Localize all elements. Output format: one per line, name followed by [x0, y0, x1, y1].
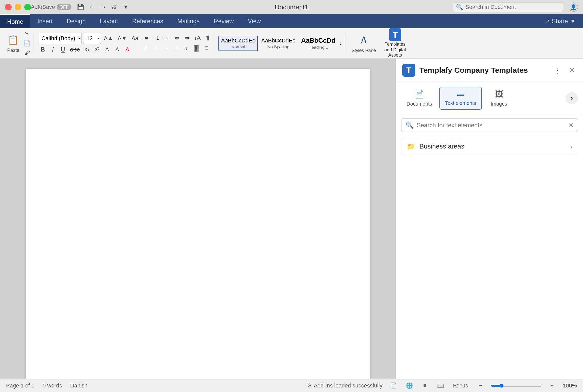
align-left-button[interactable]: ≡ [141, 43, 150, 53]
documents-tab-icon: 📄 [414, 89, 424, 99]
toolbar: 📋 Paste ✂ 📄 🖌 Calibri (Body) 12 A▲ A▼ Aa… [0, 28, 583, 59]
business-areas-label: Business areas [419, 142, 570, 150]
font-family-select[interactable]: Calibri (Body) [38, 33, 82, 44]
minimize-traffic-light[interactable] [15, 4, 21, 10]
shading-button[interactable]: ▓ [192, 43, 201, 53]
align-right-button[interactable]: ≡ [162, 43, 171, 53]
share-button[interactable]: ↗ Share ▼ [537, 14, 583, 28]
tab-references[interactable]: References [125, 14, 170, 28]
panel-tab-images[interactable]: 🖼 Images [484, 86, 514, 110]
style-presets: AaBbCcDdEe Normal AaBbCcDdEe No Spacing … [218, 35, 343, 51]
document-page [26, 69, 370, 379]
redo-icon[interactable]: ↪ [100, 3, 106, 11]
ribbon-tabs: Home Insert Design Layout References Mai… [0, 14, 583, 28]
close-traffic-light[interactable] [5, 4, 12, 10]
panel-logo: T [402, 64, 415, 77]
read-mode-button[interactable]: 📖 [436, 381, 445, 390]
style-normal-button[interactable]: AaBbCcDdEe Normal [218, 36, 258, 51]
right-panel: T Templafy Company Templates ⋮ ✕ 📄 Docum… [396, 59, 583, 379]
change-case-button[interactable]: Aa [130, 34, 140, 43]
search-input[interactable] [465, 4, 551, 10]
italic-button[interactable]: I [48, 45, 57, 54]
focus-button[interactable]: Focus [452, 381, 470, 390]
search-in-document[interactable]: 🔍 [453, 2, 564, 12]
bullets-button[interactable]: ≡• [141, 33, 150, 42]
increase-font-size-button[interactable]: A▲ [102, 34, 115, 43]
templates-logo: T [389, 28, 401, 41]
panel-tab-documents[interactable]: 📄 Documents [401, 86, 437, 110]
styles-more-button[interactable]: › [339, 39, 343, 48]
multilevel-list-button[interactable]: ≡≡ [162, 33, 171, 42]
clipboard-section: 📋 Paste ✂ 📄 🖌 [4, 33, 34, 54]
panel-search[interactable]: 🔍 ✕ [401, 118, 578, 132]
tab-view[interactable]: View [241, 14, 268, 28]
panel-search-icon: 🔍 [406, 121, 414, 129]
styles-panel-section: Ａ Styles Pane T Templates and Digital As… [347, 33, 412, 54]
tab-review[interactable]: Review [207, 14, 241, 28]
copy-button[interactable]: 📄 [22, 39, 32, 48]
superscript-button[interactable]: X² [93, 45, 102, 54]
style-no-spacing-label: No Spacing [267, 44, 289, 50]
autosave-state: OFF [57, 4, 71, 10]
format-painter-button[interactable]: 🖌 [22, 48, 32, 58]
paste-label: Paste [7, 47, 19, 53]
panel-search-input[interactable] [417, 122, 566, 129]
outline-view-button[interactable]: ≡ [420, 381, 430, 390]
business-areas-row[interactable]: 📁 Business areas › [401, 138, 578, 155]
zoom-in-button[interactable]: + [548, 381, 557, 390]
align-center-button[interactable]: ≡ [151, 43, 161, 53]
panel-menu-button[interactable]: ⋮ [552, 64, 563, 77]
styles-pane-label: Styles Pane [352, 48, 376, 54]
language: Danish [70, 382, 87, 389]
font-color-button[interactable]: A [103, 45, 112, 54]
panel-close-button[interactable]: ✕ [567, 64, 577, 77]
profile-icon[interactable]: 👤 [569, 3, 578, 12]
traffic-lights [5, 4, 31, 10]
templates-button[interactable]: T Templates and Digital Assets [380, 27, 410, 60]
panel-tabs-more-button[interactable]: › [566, 92, 578, 104]
tab-design[interactable]: Design [60, 14, 93, 28]
web-layout-button[interactable]: 🌐 [405, 381, 414, 390]
line-spacing-button[interactable]: ↕ [182, 43, 191, 53]
numbering-button[interactable]: ≡1 [151, 33, 161, 42]
title-bar: AutoSave OFF 💾 ↩ ↪ 🖨 ▼ Document1 🔍 👤 [0, 0, 583, 14]
tab-mailings[interactable]: Mailings [170, 14, 207, 28]
panel-tab-text-elements[interactable]: ≡≡ Text elements [439, 87, 482, 110]
style-no-spacing-button[interactable]: AaBbCcDdEe No Spacing [259, 36, 298, 51]
show-formatting-button[interactable]: ¶ [203, 33, 212, 42]
tab-layout[interactable]: Layout [93, 14, 125, 28]
bold-button[interactable]: B [38, 45, 47, 54]
view-mode-button[interactable]: 📄 [389, 381, 398, 390]
tab-insert[interactable]: Insert [30, 14, 60, 28]
paste-button[interactable]: 📋 [6, 34, 20, 46]
undo-icon[interactable]: ↩ [89, 3, 96, 11]
underline-button[interactable]: U [58, 45, 68, 54]
justify-button[interactable]: ≡ [172, 43, 181, 53]
sort-button[interactable]: ↕A [193, 33, 202, 42]
zoom-slider[interactable] [491, 384, 542, 388]
style-heading1-button[interactable]: AaBbCcDd Heading 1 [299, 35, 338, 51]
document-area[interactable] [0, 59, 396, 379]
tab-home[interactable]: Home [0, 14, 30, 28]
share-chevron-icon: ▼ [570, 18, 576, 25]
more-icon[interactable]: ▼ [122, 3, 129, 11]
maximize-traffic-light[interactable] [24, 4, 31, 10]
status-bar-right: ⚙ Add-ins loaded successfully 📄 🌐 ≡ 📖 Fo… [307, 381, 577, 390]
zoom-out-button[interactable]: − [476, 381, 485, 390]
strikethrough-button[interactable]: abc [69, 45, 81, 54]
increase-indent-button[interactable]: ⇒ [183, 33, 192, 42]
subscript-button[interactable]: X₂ [82, 45, 92, 54]
addins-label: Add-ins loaded successfully [314, 382, 382, 389]
styles-pane-button[interactable]: Ａ Styles Pane [349, 32, 378, 55]
decrease-indent-button[interactable]: ⇐ [172, 33, 182, 42]
save-icon[interactable]: 💾 [76, 3, 85, 11]
font-size-select[interactable]: 12 [83, 33, 101, 44]
text-color-button[interactable]: A [123, 45, 132, 54]
panel-search-clear-button[interactable]: ✕ [569, 122, 574, 129]
border-button[interactable]: □ [202, 43, 211, 53]
cut-button[interactable]: ✂ [22, 29, 32, 38]
decrease-font-size-button[interactable]: A▼ [116, 34, 128, 43]
print-icon[interactable]: 🖨 [110, 3, 118, 11]
font-section: Calibri (Body) 12 A▲ A▼ Aa ✦ B I U abc X… [36, 33, 137, 54]
highlight-color-button[interactable]: A [113, 45, 122, 54]
